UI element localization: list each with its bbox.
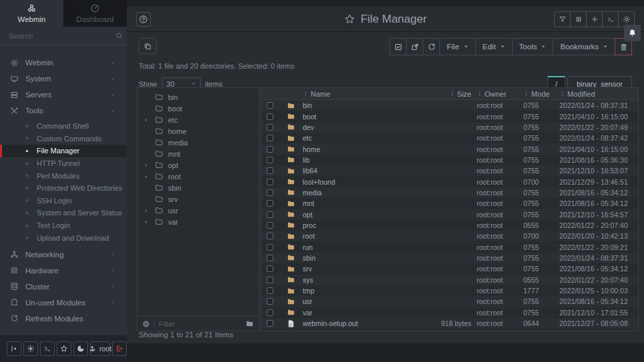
sidebar-item-un-used-modules[interactable]: Un-used Modules (0, 295, 127, 311)
row-checkbox[interactable] (267, 135, 273, 141)
sidebar-item-custom-commands[interactable]: Custom Commands (0, 133, 127, 145)
table-row-tmp[interactable]: tmproot:root17772022/01/25 - 10:00:03 (261, 285, 638, 296)
sidebar-item-upload-and-download[interactable]: Upload and Download (0, 231, 127, 244)
table-row-root[interactable]: rootroot:root07002022/01/20 - 10:42:13 (261, 231, 638, 241)
columns-button[interactable] (570, 11, 587, 27)
column-header-owner[interactable]: Owner (477, 90, 523, 98)
clear-filter-icon[interactable] (142, 320, 150, 328)
sidebar-item-cluster[interactable]: Cluster (0, 279, 127, 295)
row-checkbox[interactable] (267, 113, 273, 120)
row-checkbox[interactable] (267, 255, 273, 261)
notifications-button[interactable] (624, 25, 641, 41)
row-checkbox[interactable] (267, 222, 273, 229)
table-row-lost-found[interactable]: lost+foundroot:root07002021/12/29 - 13:4… (261, 176, 638, 187)
share-button[interactable] (406, 38, 423, 55)
sidebar-item-system-and-server-status[interactable]: System and Server Status (0, 207, 127, 219)
row-checkbox[interactable] (267, 189, 273, 196)
funnel-button[interactable] (554, 11, 571, 27)
row-checkbox[interactable] (267, 200, 273, 207)
table-row-mnt[interactable]: mntroot:root07552021/08/16 - 05:34:12 (261, 198, 638, 209)
table-row-run[interactable]: runroot:root07552022/01/22 - 20:09:21 (261, 241, 638, 252)
tree-item-media[interactable]: media (137, 137, 259, 148)
expand-icon[interactable] (143, 219, 150, 225)
sidebar-item-tools[interactable]: Tools (0, 103, 127, 119)
table-row-lib64[interactable]: lib64root:root07552021/12/10 - 16:53:07 (261, 165, 638, 176)
check-square-button[interactable] (389, 38, 407, 55)
star-button[interactable] (57, 341, 71, 356)
expand-icon[interactable] (143, 117, 150, 123)
row-checkbox[interactable] (267, 298, 273, 305)
tree-item-sbin[interactable]: sbin (137, 182, 259, 193)
tree-filter-input[interactable] (159, 320, 241, 328)
tree-item-mnt[interactable]: mnt (137, 148, 259, 159)
menu-edit[interactable]: Edit (475, 38, 513, 55)
row-checkbox[interactable] (267, 233, 273, 239)
sidebar-item-hardware[interactable]: Hardware (0, 263, 127, 279)
menu-tools[interactable]: Tools (512, 38, 554, 55)
copy-path-button[interactable] (139, 38, 157, 54)
user-button[interactable]: root (90, 341, 110, 356)
sidebar-item-servers[interactable]: Servers (0, 87, 127, 103)
table-row-boot[interactable]: bootroot:root07552021/04/10 - 16:15:00 (261, 111, 638, 121)
sidebar-item-refresh-modules[interactable]: Refresh Modules (0, 311, 127, 327)
expand-icon[interactable] (143, 163, 150, 168)
column-header-modified[interactable]: Modified (559, 90, 638, 98)
table-row-opt[interactable]: optroot:root07552021/12/10 - 16:54:57 (261, 209, 638, 219)
tree-item-home[interactable]: home (137, 125, 259, 137)
tab-webmin[interactable]: Webmin (0, 0, 63, 27)
tree-item-srv[interactable]: srv (137, 193, 259, 205)
row-checkbox[interactable] (267, 265, 273, 272)
table-row-webmin-setup-out[interactable]: webmin-setup.out918 bytesroot:root064420… (261, 318, 638, 329)
menu-bookmarks[interactable]: Bookmarks (553, 38, 615, 55)
plus-button[interactable] (586, 11, 603, 27)
terminal-button[interactable] (40, 341, 55, 356)
tree-item-etc[interactable]: etc (137, 114, 259, 125)
folder-select-icon[interactable] (245, 319, 254, 328)
sidebar-item-http-tunnel[interactable]: HTTP Tunnel (0, 157, 127, 170)
row-checkbox[interactable] (267, 244, 273, 251)
tree-item-bin[interactable]: bin (137, 91, 259, 103)
tree-item-usr[interactable]: usr (137, 205, 259, 216)
table-row-dev[interactable]: devroot:root07552022/01/22 - 20:07:49 (261, 122, 638, 133)
collapse-button[interactable] (7, 341, 21, 356)
table-row-bin[interactable]: binroot:root07552022/01/24 - 08:37:31 (261, 100, 638, 111)
refresh-button[interactable] (423, 38, 440, 55)
table-row-etc[interactable]: etcroot:root07552022/01/24 - 08:37:42 (261, 133, 638, 143)
row-checkbox[interactable] (267, 211, 273, 218)
table-row-proc[interactable]: procroot:root05552022/01/22 - 20:07:40 (261, 220, 638, 231)
search-input[interactable] (9, 32, 111, 40)
sidebar-item-command-shell[interactable]: Command Shell (0, 120, 127, 133)
table-row-var[interactable]: varroot:root07552021/12/10 - 17:01:55 (261, 307, 638, 318)
menu-file[interactable]: File (439, 38, 476, 55)
table-row-sys[interactable]: sysroot:root05552022/01/22 - 20:07:40 (261, 275, 638, 285)
table-row-lib[interactable]: libroot:root07552021/08/16 - 05:36:30 (261, 155, 638, 165)
sun-button[interactable] (23, 341, 38, 356)
sidebar-item-system[interactable]: System (0, 71, 127, 87)
tree-item-root[interactable]: root (137, 171, 259, 182)
row-checkbox[interactable] (267, 102, 273, 109)
expand-icon[interactable] (143, 174, 150, 179)
sidebar-item-webmin[interactable]: Webmin (0, 55, 127, 71)
sidebar-item-file-manager[interactable]: File Manager (0, 145, 127, 157)
table-row-usr[interactable]: usrroot:root07552021/08/16 - 05:34:12 (261, 296, 638, 307)
table-row-sbin[interactable]: sbinroot:root07552022/01/24 - 08:37:31 (261, 253, 638, 263)
row-checkbox[interactable] (267, 167, 273, 174)
terminal-button[interactable] (602, 11, 619, 27)
sidebar-item-networking[interactable]: Networking (0, 247, 127, 263)
row-checkbox[interactable] (267, 277, 273, 283)
tree-item-opt[interactable]: opt (137, 159, 259, 171)
sidebar-item-protected-web-directories[interactable]: Protected Web Directories (0, 182, 127, 195)
tab-dashboard[interactable]: Dashboard (63, 0, 127, 27)
expand-icon[interactable] (143, 208, 150, 213)
tree-item-boot[interactable]: boot (137, 103, 259, 114)
sidebar-item-perl-modules[interactable]: Perl Modules (0, 169, 127, 182)
sidebar-item-ssh-login[interactable]: SSH Login (0, 195, 127, 207)
row-checkbox[interactable] (267, 124, 273, 131)
column-header-name[interactable]: Name (303, 90, 410, 98)
row-checkbox[interactable] (267, 287, 273, 294)
tree-item-var[interactable]: var (137, 216, 259, 227)
row-checkbox[interactable] (267, 157, 273, 163)
column-header-size[interactable]: Size (410, 90, 477, 98)
palette-button[interactable] (73, 341, 88, 356)
table-row-srv[interactable]: srvroot:root07552021/08/16 - 05:34:12 (261, 263, 638, 274)
